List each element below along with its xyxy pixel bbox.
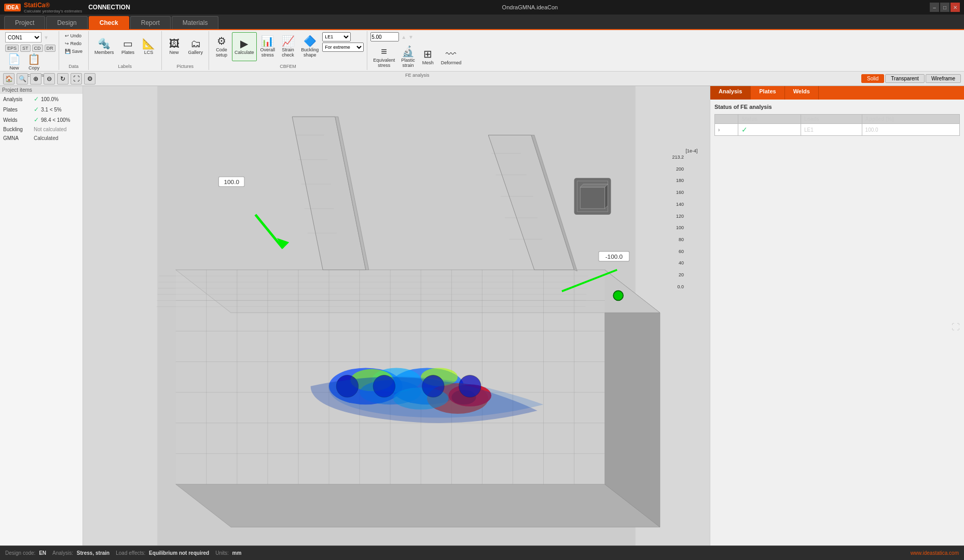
fe-stepper-up[interactable]: ▲ <box>401 34 406 40</box>
undo-button[interactable]: ↩ Undo <box>62 32 86 39</box>
col-expand <box>715 115 738 124</box>
svg-marker-67 <box>605 184 608 208</box>
rp-tab-plates[interactable]: Plates <box>751 86 784 100</box>
cd-button[interactable]: CD <box>32 45 43 52</box>
settings-button[interactable]: ⚙ <box>84 73 95 85</box>
code-setup-icon: ⚙ <box>217 36 226 46</box>
colorbar-title: [1e-4] <box>684 148 699 153</box>
table-row: › ✓ LE1 100.0 <box>715 124 960 136</box>
copy-connection-button[interactable]: 📋 Copy <box>25 53 43 72</box>
tab-materials[interactable]: Materials <box>172 16 219 29</box>
copy-connection-icon: 📋 <box>27 54 40 64</box>
con-dropdown-icon[interactable]: ▼ <box>44 35 49 40</box>
applied-cell: 100.0 <box>862 124 959 136</box>
code-setup-button[interactable]: ⚙ Code setup <box>212 32 231 61</box>
solid-view-button[interactable]: Solid <box>861 74 884 83</box>
right-panel-content: Status of FE analysis Status Loads Appli… <box>710 100 964 545</box>
design-code-item: Design code: EN <box>5 550 46 556</box>
svg-marker-66 <box>580 184 608 187</box>
main-area: Project items Analysis ✓ 100.0% Plates ✓… <box>0 86 964 545</box>
tab-design[interactable]: Design <box>46 16 87 29</box>
calculate-button[interactable]: ▶ Calculate <box>232 32 257 61</box>
connection-selector[interactable]: CON1 ▼ <box>5 32 49 43</box>
plates-button[interactable]: ▭ Plates <box>119 32 137 61</box>
app-name: StatiCa® <box>24 2 82 9</box>
plastic-strain-icon: 🔬 <box>402 46 415 57</box>
minimize-button[interactable]: – <box>930 3 939 12</box>
ribbon-group-fe: ▲ ▼ ≡ Equivalent stress 🔬 Plastic strain… <box>367 31 467 70</box>
wireframe-view-button[interactable]: Wireframe <box>926 74 961 83</box>
mesh-icon: ⊞ <box>423 49 432 59</box>
overall-stress-icon: 📊 <box>261 36 274 46</box>
website-link[interactable]: www.ideastatica.com <box>911 550 959 556</box>
subtitle: Calculate yesterday's estimates <box>24 9 82 13</box>
members-button[interactable]: 🔩 Members <box>92 32 117 61</box>
st-button[interactable]: ST <box>20 45 31 52</box>
zoom-in-button[interactable]: ⊕ <box>30 73 42 85</box>
deformed-button[interactable]: 〰 Deformed <box>438 43 464 72</box>
expand-panel-icon[interactable]: ⛶ <box>952 323 960 331</box>
close-button[interactable]: ✕ <box>951 3 960 12</box>
analysis-row-gmna: GMNA Calculated <box>0 134 82 143</box>
transparent-view-button[interactable]: Transparent <box>885 74 925 83</box>
window-controls: – □ ✕ <box>930 3 960 12</box>
status-ok-icon: ✓ <box>741 125 748 134</box>
buckling-shape-button[interactable]: 🔷 Buckling shape <box>298 32 321 61</box>
nav-cube[interactable]: +Y <box>574 178 611 215</box>
zoom-fit-button[interactable]: 🔍 <box>17 73 28 85</box>
mesh-button[interactable]: ⊞ Mesh <box>419 43 437 72</box>
gallery-button[interactable]: 🗂 Gallery <box>186 32 206 61</box>
rp-tab-analysis[interactable]: Analysis <box>710 86 751 100</box>
toolbar: 🏠 🔍 ⊕ ⊖ ↻ ⛶ ⚙ Solid Transparent Wirefram… <box>0 72 964 86</box>
redo-icon: ↪ <box>65 41 69 46</box>
dr-button[interactable]: DR <box>45 45 56 52</box>
con-select-dropdown[interactable]: CON1 <box>5 32 42 43</box>
overall-stress-button[interactable]: 📊 Overall stress <box>258 32 278 61</box>
ribbon-group-cbfem: ⚙ Code setup ▶ Calculate 📊 Overall stres… <box>209 31 367 70</box>
labels-group-label: Labels <box>118 63 132 69</box>
maximize-button[interactable]: □ <box>940 3 949 12</box>
tab-check[interactable]: Check <box>89 16 129 29</box>
lcs-button[interactable]: 📐 LCS <box>140 32 158 61</box>
load-effects-item: Load effects: Equilibrium not required <box>116 550 209 556</box>
fullscreen-button[interactable]: ⛶ <box>71 73 82 85</box>
3d-model-svg: +Y 100.0 -100.0 <box>83 86 710 545</box>
colorbar: [1e-4] 213.2 200 180 160 140 120 100 80 … <box>684 148 699 289</box>
ribbon-group-project: CON1 ▼ EPS ST CD DR 📄 New 📋 Copy <box>2 31 59 70</box>
fe-status-table: Status Loads Applied [%] › ✓ LE1 100.0 <box>714 114 960 136</box>
tab-report[interactable]: Report <box>130 16 171 29</box>
new-picture-button[interactable]: 🖼 New <box>165 32 184 61</box>
plastic-strain-button[interactable]: 🔬 Plastic strain <box>398 43 418 72</box>
save-button[interactable]: 💾 Save <box>62 48 86 55</box>
fe-stepper-down[interactable]: ▼ <box>408 34 414 40</box>
svg-point-61 <box>613 291 623 301</box>
connection-label: CONNECTION <box>88 4 130 11</box>
statusbar: Design code: EN Analysis: Stress, strain… <box>0 545 964 560</box>
redo-button[interactable]: ↪ Redo <box>62 40 86 47</box>
le1-select[interactable]: LE1 <box>322 32 351 41</box>
for-extreme-select[interactable]: For extreme <box>322 43 364 52</box>
analysis-check-icon: ✓ <box>34 95 39 103</box>
viewport[interactable]: +Y 100.0 -100.0 [1e-4] 213.2 200 180 <box>83 86 710 545</box>
col-status: Status <box>738 115 801 124</box>
fe-value-input[interactable] <box>370 32 399 41</box>
analysis-row-welds: Welds ✓ 98.4 < 100% <box>0 115 82 125</box>
expand-button[interactable]: › <box>718 127 720 133</box>
rotate-button[interactable]: ↻ <box>57 73 68 85</box>
rp-tab-welds[interactable]: Welds <box>785 86 819 100</box>
analysis-row-buckling: Buckling Not calculated <box>0 125 82 134</box>
equivalent-stress-button[interactable]: ≡ Equivalent stress <box>370 43 397 72</box>
fe-group-label: FE analysis <box>405 72 430 78</box>
new-connection-button[interactable]: 📄 New <box>5 53 23 72</box>
eps-button[interactable]: EPS <box>5 45 19 52</box>
plates-icon: ▭ <box>123 38 133 49</box>
undo-redo-group: ↩ Undo ↪ Redo 💾 Save <box>62 32 86 55</box>
logo-icon: IDEA <box>4 4 21 11</box>
zoom-out-button[interactable]: ⊖ <box>44 73 55 85</box>
calculate-icon: ▶ <box>240 38 248 49</box>
rp-expand-area: ⛶ <box>952 323 960 332</box>
window-title: OndraGMNA.ideaCon <box>502 4 558 10</box>
home-button[interactable]: 🏠 <box>3 73 15 85</box>
strain-check-button[interactable]: 📈 Strain check <box>279 32 297 61</box>
tab-project[interactable]: Project <box>4 16 45 29</box>
